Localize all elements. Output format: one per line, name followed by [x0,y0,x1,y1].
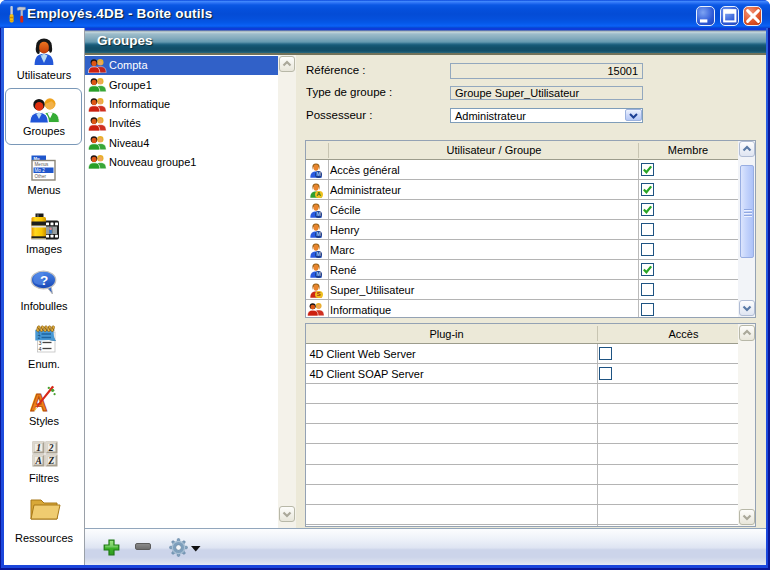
svg-text:Z: Z [48,456,55,466]
svg-text:Mo 2: Mo 2 [35,168,46,173]
svg-text:A: A [34,456,41,466]
svg-text:A: A [30,389,47,413]
svg-text:?: ? [40,273,48,288]
svg-text:Other: Other [35,174,47,179]
svg-text:4: 4 [39,346,42,352]
svg-text:2: 2 [48,443,54,453]
svg-text:2: 2 [38,335,41,340]
svg-text:1: 1 [36,443,41,453]
svg-text:Menus: Menus [35,162,49,167]
